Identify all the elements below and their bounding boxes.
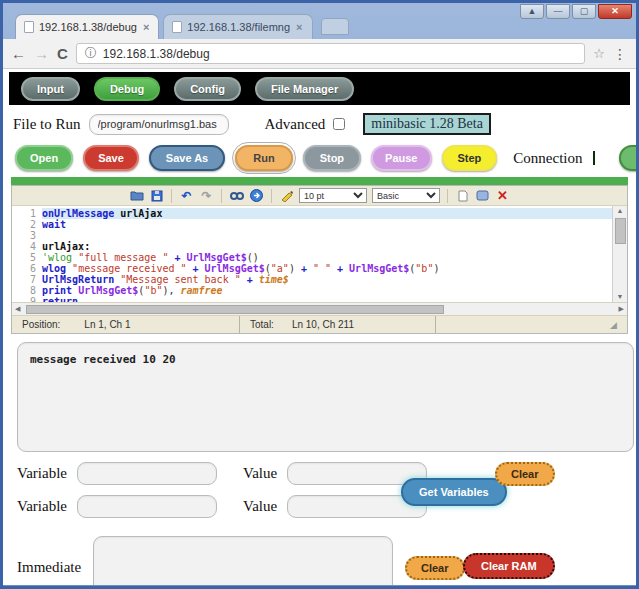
file-to-run-input[interactable] [89, 114, 229, 135]
stop-button[interactable]: Stop [303, 145, 361, 171]
connection-label: Connection [513, 150, 582, 167]
variable-row: Variable Value [17, 495, 427, 518]
immediate-section: Immediate Clear Clear RAM [17, 534, 628, 585]
run-button[interactable]: Run [235, 145, 292, 171]
immediate-label: Immediate [17, 559, 81, 576]
status-divider-bar [11, 177, 628, 185]
syntax-highlight-brush-icon[interactable] [279, 189, 294, 203]
about-icon[interactable] [475, 189, 490, 203]
variable-2-input[interactable] [77, 495, 217, 518]
toolbar-separator [221, 189, 222, 203]
total-value: Ln 10, Ch 211 [292, 319, 354, 330]
tab-close-icon[interactable]: × [142, 21, 150, 33]
open-file-icon[interactable] [129, 189, 144, 203]
clear-ram-button[interactable]: Clear RAM [463, 553, 555, 579]
vertical-scroll-thumb[interactable] [615, 218, 626, 244]
output-console[interactable]: message received 10 20 [17, 342, 634, 452]
font-size-select[interactable]: 10 pt [299, 188, 367, 203]
file-to-run-label: File to Run [13, 116, 81, 133]
total-cell: Total: Ln 10, Ch 211 [240, 316, 436, 333]
page-favicon [172, 21, 182, 33]
window-close-button[interactable]: ✕ [598, 4, 632, 19]
scroll-down-icon[interactable]: ▼ [617, 292, 624, 302]
browser-window: ▲ — ▢ ✕ 192.168.1.38/debug × 192.168.1.3… [0, 0, 639, 589]
new-tab-button[interactable] [321, 18, 349, 35]
reconnect-button[interactable]: Reconnect [619, 145, 637, 171]
code-lines[interactable]: 1onUrlMessage urlAjax2wait34urlAjax:5'wl… [12, 206, 612, 302]
position-cell: Position: Ln 1, Ch 1 [12, 316, 240, 333]
language-select[interactable]: Basic [372, 188, 440, 203]
variable-label: Variable [17, 498, 67, 515]
window-updown-button[interactable]: ▲ [520, 4, 544, 19]
scroll-up-icon[interactable]: ▲ [617, 206, 624, 216]
url-text: 192.168.1.38/debug [103, 47, 210, 61]
window-maximize-button[interactable]: ▢ [572, 4, 596, 19]
tab-debug[interactable]: 192.168.1.38/debug × [15, 14, 159, 39]
horizontal-scroll-thumb[interactable] [26, 305, 444, 314]
version-badge: minibasic 1.28 Beta [363, 113, 491, 135]
tab-close-icon[interactable]: × [295, 21, 303, 33]
clear-variables-button[interactable]: Clear [495, 462, 555, 486]
connection-status-indicator [593, 151, 595, 165]
page-info-icon[interactable]: ⓘ [85, 45, 97, 62]
variable-row: Variable Value [17, 462, 427, 485]
pause-button[interactable]: Pause [371, 145, 431, 171]
resize-grip-icon[interactable]: ◢ [610, 320, 617, 330]
forward-icon: → [34, 46, 49, 61]
go-to-line-icon[interactable] [249, 189, 264, 203]
address-bar[interactable]: ⓘ 192.168.1.38/debug [76, 43, 586, 64]
nav-input-button[interactable]: Input [21, 77, 80, 101]
window-controls: ▲ — ▢ ✕ [520, 4, 632, 19]
variables-section: Variable Value Variable Value Get Variab… [17, 462, 628, 524]
find-icon[interactable] [229, 189, 244, 203]
browser-toolbar: ← → C ⓘ 192.168.1.38/debug ☆ ⋮ [3, 39, 636, 69]
toolbar-separator [271, 189, 272, 203]
new-document-icon[interactable] [455, 189, 470, 203]
tab-title: 192.168.1.38/debug [39, 21, 137, 33]
toolbar-separator [171, 189, 172, 203]
immediate-input[interactable] [93, 536, 393, 585]
get-variables-button[interactable]: Get Variables [401, 478, 507, 506]
code-editor: ↶ ↷ 10 pt Basic [11, 185, 628, 334]
tab-title: 192.168.1.38/filemng [187, 21, 290, 33]
undo-icon[interactable]: ↶ [179, 189, 194, 203]
open-button[interactable]: Open [15, 145, 73, 171]
editor-toolbar: ↶ ↷ 10 pt Basic [12, 186, 627, 206]
horizontal-scrollbar[interactable]: ◀ ▶ [12, 303, 627, 316]
bookmark-star-icon[interactable]: ☆ [593, 46, 605, 61]
tab-filemng[interactable]: 192.168.1.38/filemng × [163, 14, 312, 39]
scroll-left-icon[interactable]: ◀ [15, 305, 20, 313]
nav-file-manager-button[interactable]: File Manager [255, 77, 354, 101]
app-navbar: Input Debug Config File Manager [9, 72, 630, 105]
position-label: Position: [22, 319, 60, 330]
run-controls-row: Open Save Save As Run Stop Pause Step Co… [15, 145, 626, 171]
vertical-scrollbar[interactable]: ▲ ▼ [612, 206, 627, 302]
advanced-checkbox[interactable] [333, 118, 345, 130]
advanced-label: Advanced [265, 116, 326, 133]
page-favicon [24, 21, 34, 33]
save-as-button[interactable]: Save As [149, 145, 225, 171]
redo-icon: ↷ [199, 189, 214, 203]
nav-debug-button[interactable]: Debug [94, 77, 160, 101]
editor-status-bar: Position: Ln 1, Ch 1 Total: Ln 10, Ch 21… [12, 316, 627, 333]
save-file-icon[interactable] [149, 189, 164, 203]
reload-icon[interactable]: C [57, 46, 68, 61]
value-label: Value [243, 498, 277, 515]
window-minimize-button[interactable]: — [546, 4, 570, 19]
clear-immediate-button[interactable]: Clear [405, 556, 465, 580]
variable-1-input[interactable] [77, 462, 217, 485]
step-button[interactable]: Step [442, 145, 498, 171]
position-value: Ln 1, Ch 1 [84, 319, 130, 330]
scroll-right-icon[interactable]: ▶ [619, 305, 624, 313]
back-icon[interactable]: ← [11, 46, 26, 61]
save-button[interactable]: Save [83, 145, 139, 171]
editor-body: 1onUrlMessage urlAjax2wait34urlAjax:5'wl… [12, 206, 627, 303]
nav-config-button[interactable]: Config [174, 77, 241, 101]
total-label: Total: [250, 319, 274, 330]
variable-label: Variable [17, 465, 67, 482]
browser-menu-icon[interactable]: ⋮ [613, 46, 628, 62]
close-editor-icon[interactable]: ✕ [495, 189, 510, 203]
status-spacer: ◢ [436, 316, 627, 333]
file-to-run-row: File to Run Advanced minibasic 1.28 Beta [13, 113, 626, 135]
value-label: Value [243, 465, 277, 482]
